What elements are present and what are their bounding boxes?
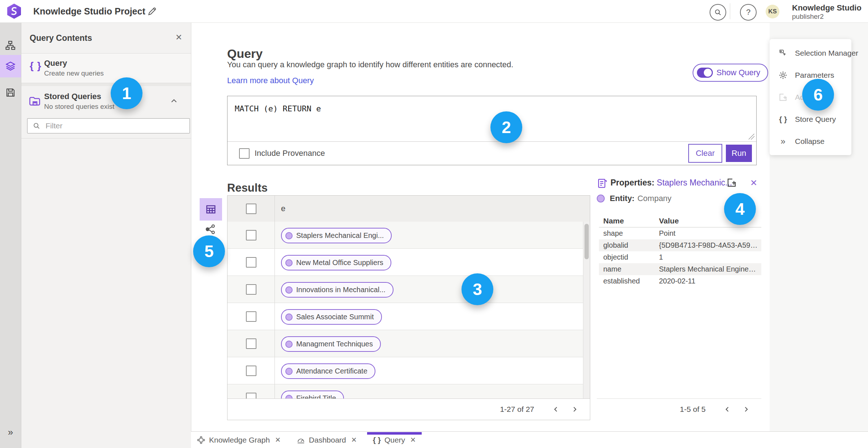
row-checkbox[interactable] — [246, 393, 256, 399]
property-value: Staplers Mechanical Engineering — [659, 265, 761, 273]
previous-page-button[interactable] — [549, 402, 563, 417]
menu-item-label: Parameters — [795, 71, 834, 80]
item-title: Stored Queries — [44, 92, 101, 101]
annotation-badge-2: 2 — [490, 111, 522, 143]
top-bar: Knowledge Studio Project ? KS Knowledge … — [0, 0, 868, 23]
filter-input[interactable] — [45, 121, 166, 131]
properties-doc-icon — [597, 178, 608, 189]
app-logo-icon[interactable] — [7, 4, 21, 19]
avatar[interactable]: KS — [766, 5, 779, 18]
table-row[interactable]: Firebird Title — [227, 384, 590, 398]
properties-pagination: 1-5 of 5 — [680, 405, 706, 414]
show-query-toggle[interactable]: Show Query — [693, 64, 768, 82]
menu-item-store-query[interactable]: { }Store Query — [770, 108, 851, 130]
collapse-icon: » — [778, 136, 788, 146]
entity-chip[interactable]: Staplers Mechanical Engi... — [281, 228, 392, 243]
question-mark-icon: ? — [746, 8, 750, 17]
table-row[interactable]: Sales Associate Summit — [227, 303, 590, 330]
property-row: established2020-02-11 — [599, 275, 761, 287]
table-row[interactable]: Staplers Mechanical Engi... — [227, 222, 590, 249]
contents-item-query[interactable]: { } Query Create new queries — [21, 54, 191, 83]
rail-item-layers[interactable] — [0, 55, 21, 77]
dashboard-icon — [297, 436, 305, 444]
entity-chip[interactable]: Sales Associate Summit — [281, 309, 382, 325]
properties-table: Name Value shapePointglobalid{5D9B4713-F… — [599, 215, 761, 287]
column-header-e: e — [281, 196, 285, 222]
table-view-button[interactable] — [200, 198, 222, 221]
link-chart-view-button[interactable] — [203, 222, 218, 236]
edit-title-pencil-icon[interactable] — [146, 6, 157, 17]
chevron-up-icon[interactable] — [169, 96, 179, 106]
table-row[interactable]: New Metal Office Suppliers — [227, 249, 590, 276]
knowledge-studio-app: Knowledge Studio Project ? KS Knowledge … — [0, 0, 868, 448]
add-to-selection-icon[interactable] — [726, 177, 737, 188]
close-tab-icon[interactable]: ✕ — [275, 436, 281, 444]
entity-chip[interactable]: Innovations in Mechanical... — [281, 282, 393, 298]
menu-item-collapse[interactable]: »Collapse — [770, 130, 851, 152]
close-tab-icon[interactable]: ✕ — [410, 436, 416, 444]
row-checkbox[interactable] — [246, 366, 256, 376]
previous-page-button[interactable] — [720, 402, 735, 417]
results-scrollbar[interactable] — [583, 222, 590, 398]
row-checkbox-cell — [227, 249, 275, 276]
entity-type-dot — [285, 313, 293, 321]
entity-type-dot — [285, 232, 293, 239]
user-role: publisher2 — [792, 13, 824, 21]
tab-query[interactable]: { }Query✕ — [373, 436, 416, 444]
table-row[interactable]: Innovations in Mechanical... — [227, 276, 590, 303]
scrollbar-thumb[interactable] — [584, 224, 589, 259]
tab-label: Dashboard — [309, 436, 346, 444]
menu-item-selection-manager[interactable]: Selection Manager — [770, 42, 851, 64]
filter-field[interactable] — [27, 118, 190, 133]
help-button[interactable]: ? — [740, 4, 757, 21]
row-checkbox[interactable] — [246, 338, 256, 349]
include-provenance-checkbox[interactable] — [239, 148, 250, 159]
next-page-button[interactable] — [739, 402, 753, 417]
search-icon — [714, 8, 722, 16]
rail-item-save[interactable] — [0, 81, 21, 104]
tab-dashboard[interactable]: Dashboard✕ — [297, 436, 357, 444]
toggle-switch[interactable] — [697, 68, 713, 78]
select-all-checkbox[interactable] — [246, 204, 256, 214]
resize-handle[interactable] — [749, 134, 754, 140]
property-value: 2020-02-11 — [659, 277, 761, 285]
clear-button[interactable]: Clear — [688, 144, 722, 163]
results-footer: 1-27 of 27 — [227, 398, 590, 420]
close-properties-icon[interactable]: ✕ — [750, 178, 757, 188]
annotation-badge-3: 3 — [461, 273, 493, 305]
next-page-button[interactable] — [567, 402, 582, 417]
annotation-badge-4: 4 — [724, 193, 756, 225]
row-checkbox[interactable] — [246, 257, 256, 268]
table-row[interactable]: Attendance Certificate — [227, 357, 590, 384]
results-table-header: e — [227, 196, 590, 222]
entity-type-dot — [285, 259, 293, 266]
rail-item-schema[interactable] — [0, 34, 21, 57]
entity-type-dot — [285, 341, 293, 348]
table-row[interactable]: Managment Techniques — [227, 330, 590, 357]
property-row: globalid{5D9B4713-F98D-4A53-A59F-C11... — [599, 239, 761, 251]
entity-chip[interactable]: Firebird Title — [281, 391, 344, 398]
properties-title-label: Properties: — [610, 178, 654, 187]
row-checkbox-cell — [227, 222, 275, 248]
row-checkbox[interactable] — [246, 311, 256, 322]
entity-chip[interactable]: Attendance Certificate — [281, 363, 375, 379]
properties-entity-link[interactable]: Staplers Mechanic... — [657, 178, 732, 187]
entity-chip-label: Firebird Title — [296, 394, 336, 398]
contents-item-stored-queries[interactable]: Stored Queries No stored queries exist — [21, 86, 191, 118]
close-tab-icon[interactable]: ✕ — [351, 436, 357, 444]
run-button[interactable]: Run — [726, 145, 752, 162]
entity-chip[interactable]: New Metal Office Suppliers — [281, 255, 391, 270]
learn-more-link[interactable]: Learn more about Query — [227, 76, 314, 85]
tab-knowledge-graph[interactable]: Knowledge Graph✕ — [197, 436, 281, 444]
bottom-tab-bar: Knowledge Graph✕Dashboard✕{ }Query✕ — [191, 431, 868, 448]
close-panel-icon[interactable]: ✕ — [175, 33, 182, 42]
expand-panel-chevrons-icon[interactable]: » — [0, 427, 21, 438]
row-checkbox[interactable] — [246, 284, 256, 295]
entity-chip-label: Attendance Certificate — [296, 367, 367, 375]
row-checkbox[interactable] — [246, 230, 256, 240]
search-button[interactable] — [710, 4, 726, 21]
menu-item-label: Store Query — [795, 115, 836, 124]
entity-type-dot — [285, 286, 293, 294]
item-subtitle: No stored queries exist — [44, 103, 114, 111]
entity-chip[interactable]: Managment Techniques — [281, 336, 381, 352]
